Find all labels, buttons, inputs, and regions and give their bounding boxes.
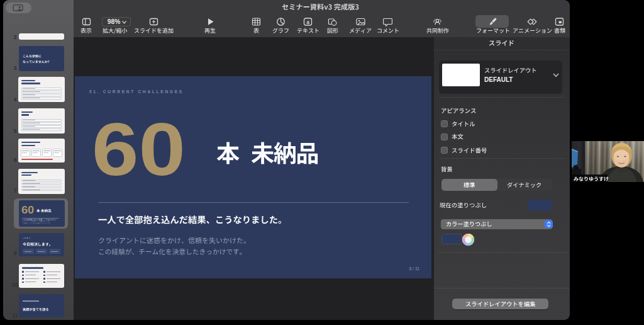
- svg-text:a: a: [306, 19, 309, 25]
